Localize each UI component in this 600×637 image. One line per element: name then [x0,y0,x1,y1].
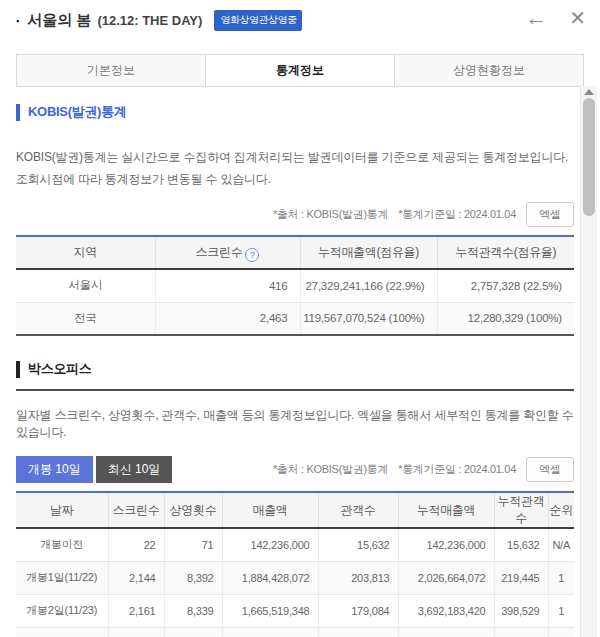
cell-date: 개봉3일(11/24) [16,627,108,637]
col-revenue: 매출액 [222,492,318,528]
cell-cum-revenue: 27,329,241,166 (22.9%) [300,269,437,302]
boxoffice-base-date-label: *통계기준일 : 2024.01.04 [398,462,516,477]
cell-date: 개봉1일(11/22) [16,561,108,594]
tab-basic-info[interactable]: 기본정보 [17,55,206,86]
cell-date: 개봉2일(11/23) [16,594,108,627]
cell-audience: 15,632 [318,528,398,561]
boxoffice-excel-button[interactable]: 엑셀 [526,457,574,482]
kobis-description: KOBIS(발권)통계는 실시간으로 수집하여 집계처리되는 발권데이터를 기준… [16,147,574,190]
cell-cum-audience: 15,632 [494,528,548,561]
cell-audience: 179,084 [318,594,398,627]
panel-header: ▪ 서울의 봄 (12.12: THE DAY) 영화상영관상영중 ← ✕ [0,0,600,52]
period-toggle-group: 개봉 10일 최신 10일 [16,456,172,483]
kobis-table-header-row: 지역 스크린수? 누적매출액(점유율) 누적관객수(점유율) [16,236,574,269]
kobis-source-label: *출처 : KOBIS(발권)통계 [273,207,388,222]
cell-rank: N/A [548,528,574,561]
cell-showings: 8,786 [164,627,222,637]
col-region: 지역 [16,236,155,269]
cell-screens: 2,161 [108,594,164,627]
cell-screens: 416 [155,269,300,302]
tab-screening-status[interactable]: 상영현황정보 [395,55,583,86]
table-row-pre-release: 개봉이전 22 71 142,236,000 15,632 142,236,00… [16,528,574,561]
table-row-seoul: 서울시 416 27,329,241,166 (22.9%) 2,757,328… [16,269,574,302]
col-cum-revenue-share: 누적매출액(점유율) [300,236,437,269]
cell-rank: 1 [548,627,574,637]
col-rank: 순위 [548,492,574,528]
cell-cum-revenue: 2,026,664,072 [398,561,494,594]
col-date: 날짜 [16,492,108,528]
kobis-base-date-label: *통계기준일 : 2024.01.04 [398,207,516,222]
toggle-open-10days[interactable]: 개봉 10일 [16,456,93,483]
col-screens: 스크린수? [155,236,300,269]
table-row-day3: 개봉3일(11/24) 2,204 8,786 2,653,999,560 27… [16,627,574,637]
cell-screens: 2,204 [108,627,164,637]
cell-date: 개봉이전 [16,528,108,561]
cell-screens: 2,463 [155,302,300,335]
boxoffice-section: 박스오피스 일자별 스크린수, 상영횟수, 관객수, 매출액 등의 통계정보입니… [16,360,574,637]
table-row-national: 전국 2,463 119,567,070,524 (100%) 12,280,3… [16,302,574,335]
cell-cum-revenue: 119,567,070,524 (100%) [300,302,437,335]
cell-revenue: 142,236,000 [222,528,318,561]
cell-showings: 8,339 [164,594,222,627]
vertical-scrollbar[interactable] [580,86,597,637]
movie-statistics-panel: ▪ 서울의 봄 (12.12: THE DAY) 영화상영관상영중 ← ✕ 기본… [0,0,600,637]
scrollbar-thumb[interactable] [583,98,595,216]
tab-bar: 기본정보 통계정보 상영현황정보 [16,54,584,87]
cell-rank: 1 [548,594,574,627]
back-icon[interactable]: ← [525,6,547,30]
cell-showings: 71 [164,528,222,561]
title-bullet-icon: ▪ [16,16,19,26]
toggle-recent-10days[interactable]: 최신 10일 [96,456,173,483]
section-accent-bar [16,361,20,378]
cell-region: 서울시 [16,269,155,302]
col-audience: 관객수 [318,492,398,528]
cell-screens: 22 [108,528,164,561]
table-row-day2: 개봉2일(11/23) 2,161 8,339 1,665,519,348 17… [16,594,574,627]
cell-cum-audience: 12,280,329 (100%) [437,302,574,335]
cell-screens: 2,144 [108,561,164,594]
cell-audience: 274,611 [318,627,398,637]
cell-cum-revenue: 3,692,183,420 [398,594,494,627]
cell-revenue: 2,653,999,560 [222,627,318,637]
page-title: 서울의 봄 [27,11,91,30]
col-cum-audience: 누적관객수 [494,492,548,528]
cell-cum-audience: 219,445 [494,561,548,594]
boxoffice-source-label: *출처 : KOBIS(발권)통계 [273,462,388,477]
cell-region: 전국 [16,302,155,335]
table-row-day1: 개봉1일(11/22) 2,144 8,392 1,884,428,072 20… [16,561,574,594]
help-icon[interactable]: ? [245,248,259,262]
cell-cum-audience: 2,757,328 (22.5%) [437,269,574,302]
cell-cum-revenue: 6,346,182,980 [398,627,494,637]
statistics-content: KOBIS(발권)통계 KOBIS(발권)통계는 실시간으로 수집하여 집계처리… [0,86,580,637]
kobis-table: 지역 스크린수? 누적매출액(점유율) 누적관객수(점유율) 서울시 416 2… [16,235,574,336]
boxoffice-table: 날짜 스크린수 상영횟수 매출액 관객수 누적매출액 누적관객수 순위 개봉이전 [16,491,574,637]
cell-cum-audience: 398,529 [494,594,548,627]
boxoffice-description: 일자별 스크린수, 상영횟수, 관객수, 매출액 등의 통계정보입니다. 엑셀을… [16,407,574,441]
kobis-section: KOBIS(발권)통계 KOBIS(발권)통계는 실시간으로 수집하여 집계처리… [16,103,574,336]
cell-audience: 203,813 [318,561,398,594]
status-badge: 영화상영관상영중 [214,10,302,31]
page-subtitle: (12.12: THE DAY) [97,13,202,28]
cell-revenue: 1,665,519,348 [222,594,318,627]
cell-revenue: 1,884,428,072 [222,561,318,594]
cell-rank: 1 [548,561,574,594]
cell-showings: 8,392 [164,561,222,594]
kobis-excel-button[interactable]: 엑셀 [526,202,574,227]
col-cum-audience-share: 누적관객수(점유율) [437,236,574,269]
kobis-section-title: KOBIS(발권)통계 [28,103,127,121]
cell-cum-audience: 673,140 [494,627,548,637]
close-icon[interactable]: ✕ [569,6,586,30]
col-screens: 스크린수 [108,492,164,528]
col-showings: 상영횟수 [164,492,222,528]
col-cum-revenue: 누적매출액 [398,492,494,528]
cell-cum-revenue: 142,236,000 [398,528,494,561]
boxoffice-table-header-row: 날짜 스크린수 상영횟수 매출액 관객수 누적매출액 누적관객수 순위 [16,492,574,528]
section-accent-bar [16,104,20,121]
scrollbar-up-arrow-icon[interactable] [584,89,594,95]
tab-statistics[interactable]: 통계정보 [206,55,395,86]
boxoffice-section-title: 박스오피스 [28,360,92,378]
